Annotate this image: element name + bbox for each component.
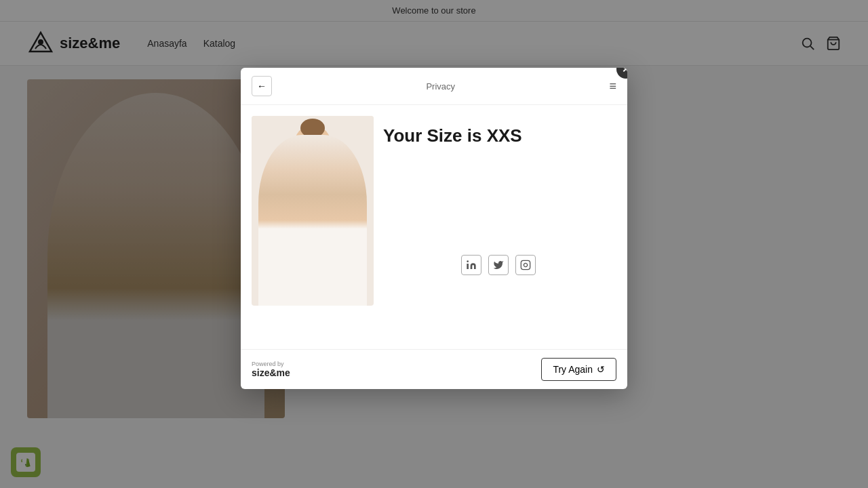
try-again-label: Try Again <box>553 364 593 375</box>
svg-rect-10 <box>252 116 374 306</box>
svg-line-15 <box>272 189 285 194</box>
back-icon: ← <box>257 81 267 92</box>
modal-back-button[interactable]: ← <box>252 76 272 96</box>
linkedin-icon[interactable] <box>461 255 481 275</box>
svg-rect-30 <box>521 260 530 269</box>
svg-point-24 <box>309 232 317 241</box>
svg-point-29 <box>467 260 469 262</box>
twitter-svg <box>493 260 504 270</box>
size-result-title: Your Size is XXS <box>383 125 522 146</box>
svg-line-19 <box>340 189 353 194</box>
instagram-icon[interactable] <box>515 255 536 275</box>
close-icon: ✕ <box>622 68 627 75</box>
powered-by-text: Powered by <box>252 361 290 367</box>
modal-image-section <box>241 105 376 349</box>
powered-by: Powered by size&me <box>252 361 290 378</box>
try-again-icon: ↺ <box>597 364 605 375</box>
modal-body: Your Size is XXS <box>241 105 627 349</box>
modal-product-image <box>252 116 374 306</box>
modal-menu-icon[interactable]: ≡ <box>609 79 616 94</box>
svg-point-27 <box>315 146 319 151</box>
svg-line-17 <box>269 204 285 207</box>
svg-rect-28 <box>467 264 469 269</box>
try-again-button[interactable]: Try Again ↺ <box>541 358 616 381</box>
model-illustration <box>252 116 374 306</box>
modal-privacy-label[interactable]: Privacy <box>426 81 455 92</box>
powered-by-brand: size&me <box>252 367 290 378</box>
svg-point-25 <box>307 150 318 156</box>
svg-rect-14 <box>307 165 318 177</box>
svg-line-21 <box>340 204 356 207</box>
modal-content-section: Your Size is XXS <box>376 105 627 349</box>
instagram-svg <box>520 260 531 270</box>
svg-line-16 <box>270 196 285 201</box>
svg-line-20 <box>340 196 355 201</box>
svg-point-12 <box>300 119 325 138</box>
size-result-modal: ✕ ← Privacy ≡ <box>241 68 627 389</box>
svg-line-18 <box>269 212 285 214</box>
twitter-icon[interactable] <box>488 255 509 275</box>
modal-footer: Powered by size&me Try Again ↺ <box>241 349 627 389</box>
svg-line-22 <box>340 212 357 214</box>
linkedin-svg <box>466 260 477 270</box>
svg-point-26 <box>307 146 311 151</box>
social-icons <box>461 255 536 275</box>
modal-header: ← Privacy ≡ <box>241 68 627 105</box>
